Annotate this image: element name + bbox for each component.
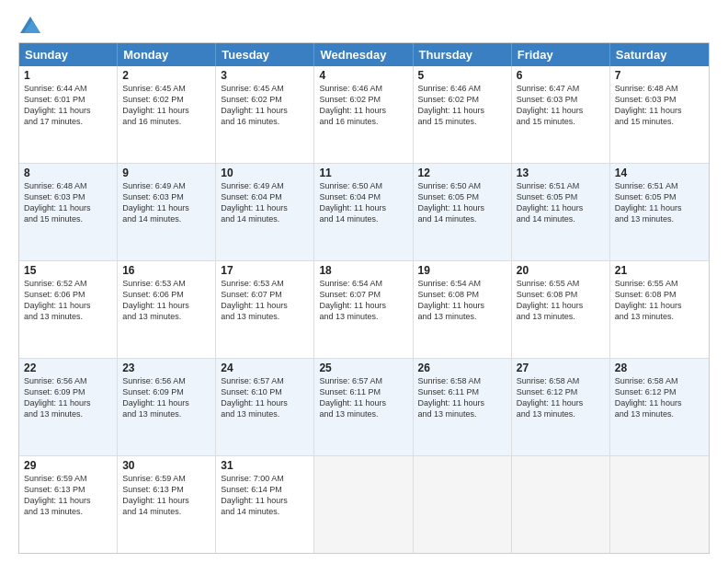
day-number-8: 8 [24, 167, 112, 179]
day-cell-1: 1Sunrise: 6:44 AM Sunset: 6:01 PM Daylig… [19, 66, 118, 163]
day-cell-2: 2Sunrise: 6:45 AM Sunset: 6:02 PM Daylig… [118, 66, 216, 163]
day-number-21: 21 [615, 264, 704, 277]
day-number-2: 2 [122, 69, 210, 82]
day-info-21: Sunrise: 6:55 AM Sunset: 6:08 PM Dayligh… [615, 278, 704, 323]
calendar: Sunday Monday Tuesday Wednesday Thursday… [18, 42, 710, 554]
day-cell-13: 13Sunrise: 6:51 AM Sunset: 6:05 PM Dayli… [512, 164, 610, 260]
day-number-7: 7 [615, 69, 704, 82]
day-info-28: Sunrise: 6:58 AM Sunset: 6:12 PM Dayligh… [615, 375, 704, 420]
day-info-23: Sunrise: 6:56 AM Sunset: 6:09 PM Dayligh… [122, 375, 210, 420]
day-number-13: 13 [517, 167, 605, 179]
day-cell-28: 28Sunrise: 6:58 AM Sunset: 6:12 PM Dayli… [610, 359, 709, 455]
day-number-12: 12 [418, 167, 506, 179]
day-info-30: Sunrise: 6:59 AM Sunset: 6:13 PM Dayligh… [122, 473, 210, 518]
day-cell-31: 31Sunrise: 7:00 AM Sunset: 6:14 PM Dayli… [216, 456, 314, 553]
day-info-22: Sunrise: 6:56 AM Sunset: 6:09 PM Dayligh… [24, 375, 112, 420]
calendar-row-5: 29Sunrise: 6:59 AM Sunset: 6:13 PM Dayli… [19, 455, 709, 553]
day-info-26: Sunrise: 6:58 AM Sunset: 6:11 PM Dayligh… [418, 375, 506, 420]
day-cell-30: 30Sunrise: 6:59 AM Sunset: 6:13 PM Dayli… [118, 456, 216, 553]
day-info-29: Sunrise: 6:59 AM Sunset: 6:13 PM Dayligh… [24, 473, 112, 518]
day-number-25: 25 [319, 362, 407, 374]
header [18, 17, 710, 33]
day-number-18: 18 [319, 264, 407, 277]
day-info-5: Sunrise: 6:46 AM Sunset: 6:02 PM Dayligh… [418, 83, 506, 128]
day-cell-3: 3Sunrise: 6:45 AM Sunset: 6:02 PM Daylig… [216, 66, 314, 163]
day-cell-17: 17Sunrise: 6:53 AM Sunset: 6:07 PM Dayli… [216, 261, 314, 358]
day-info-27: Sunrise: 6:58 AM Sunset: 6:12 PM Dayligh… [517, 375, 605, 420]
day-info-15: Sunrise: 6:52 AM Sunset: 6:06 PM Dayligh… [24, 278, 112, 323]
day-number-17: 17 [221, 264, 309, 277]
day-cell-5: 5Sunrise: 6:46 AM Sunset: 6:02 PM Daylig… [414, 66, 512, 163]
day-cell-27: 27Sunrise: 6:58 AM Sunset: 6:12 PM Dayli… [512, 359, 610, 455]
day-number-31: 31 [221, 459, 309, 472]
day-number-30: 30 [122, 459, 210, 472]
day-info-1: Sunrise: 6:44 AM Sunset: 6:01 PM Dayligh… [24, 83, 112, 128]
day-cell-14: 14Sunrise: 6:51 AM Sunset: 6:05 PM Dayli… [610, 164, 709, 260]
header-monday: Monday [118, 43, 216, 66]
day-info-14: Sunrise: 6:51 AM Sunset: 6:05 PM Dayligh… [615, 180, 704, 225]
day-number-9: 9 [122, 167, 210, 179]
day-cell-6: 6Sunrise: 6:47 AM Sunset: 6:03 PM Daylig… [512, 66, 610, 163]
day-info-9: Sunrise: 6:49 AM Sunset: 6:03 PM Dayligh… [122, 180, 210, 225]
day-info-25: Sunrise: 6:57 AM Sunset: 6:11 PM Dayligh… [319, 375, 407, 420]
day-number-29: 29 [24, 459, 112, 472]
calendar-row-1: 1Sunrise: 6:44 AM Sunset: 6:01 PM Daylig… [19, 66, 709, 163]
empty-cell-r4-c3 [314, 456, 413, 553]
day-number-11: 11 [319, 167, 407, 179]
day-cell-24: 24Sunrise: 6:57 AM Sunset: 6:10 PM Dayli… [216, 359, 314, 455]
empty-cell-r4-c5 [512, 456, 610, 553]
day-cell-23: 23Sunrise: 6:56 AM Sunset: 6:09 PM Dayli… [118, 359, 216, 455]
day-info-2: Sunrise: 6:45 AM Sunset: 6:02 PM Dayligh… [122, 83, 210, 128]
day-cell-10: 10Sunrise: 6:49 AM Sunset: 6:04 PM Dayli… [216, 164, 314, 260]
day-cell-9: 9Sunrise: 6:49 AM Sunset: 6:03 PM Daylig… [118, 164, 216, 260]
day-info-6: Sunrise: 6:47 AM Sunset: 6:03 PM Dayligh… [517, 83, 605, 128]
day-cell-7: 7Sunrise: 6:48 AM Sunset: 6:03 PM Daylig… [610, 66, 709, 163]
day-number-28: 28 [615, 362, 704, 374]
day-number-6: 6 [517, 69, 605, 82]
day-cell-16: 16Sunrise: 6:53 AM Sunset: 6:06 PM Dayli… [118, 261, 216, 358]
day-number-27: 27 [517, 362, 605, 374]
day-info-19: Sunrise: 6:54 AM Sunset: 6:08 PM Dayligh… [418, 278, 506, 323]
day-number-23: 23 [122, 362, 210, 374]
day-cell-22: 22Sunrise: 6:56 AM Sunset: 6:09 PM Dayli… [19, 359, 118, 455]
day-number-24: 24 [221, 362, 309, 374]
day-number-1: 1 [24, 69, 112, 82]
empty-cell-r4-c6 [610, 456, 709, 553]
header-wednesday: Wednesday [314, 43, 413, 66]
header-thursday: Thursday [414, 43, 512, 66]
day-cell-12: 12Sunrise: 6:50 AM Sunset: 6:05 PM Dayli… [414, 164, 512, 260]
calendar-header: Sunday Monday Tuesday Wednesday Thursday… [19, 43, 709, 66]
day-number-19: 19 [418, 264, 506, 277]
header-saturday: Saturday [610, 43, 709, 66]
day-cell-19: 19Sunrise: 6:54 AM Sunset: 6:08 PM Dayli… [414, 261, 512, 358]
day-info-11: Sunrise: 6:50 AM Sunset: 6:04 PM Dayligh… [319, 180, 407, 225]
calendar-row-4: 22Sunrise: 6:56 AM Sunset: 6:09 PM Dayli… [19, 358, 709, 455]
day-info-16: Sunrise: 6:53 AM Sunset: 6:06 PM Dayligh… [122, 278, 210, 323]
day-number-22: 22 [24, 362, 112, 374]
day-cell-8: 8Sunrise: 6:48 AM Sunset: 6:03 PM Daylig… [19, 164, 118, 260]
day-cell-26: 26Sunrise: 6:58 AM Sunset: 6:11 PM Dayli… [414, 359, 512, 455]
day-number-16: 16 [122, 264, 210, 277]
day-number-5: 5 [418, 69, 506, 82]
day-info-20: Sunrise: 6:55 AM Sunset: 6:08 PM Dayligh… [517, 278, 605, 323]
calendar-body: 1Sunrise: 6:44 AM Sunset: 6:01 PM Daylig… [19, 66, 709, 553]
header-tuesday: Tuesday [216, 43, 314, 66]
day-info-4: Sunrise: 6:46 AM Sunset: 6:02 PM Dayligh… [319, 83, 407, 128]
day-info-12: Sunrise: 6:50 AM Sunset: 6:05 PM Dayligh… [418, 180, 506, 225]
day-info-8: Sunrise: 6:48 AM Sunset: 6:03 PM Dayligh… [24, 180, 112, 225]
day-info-31: Sunrise: 7:00 AM Sunset: 6:14 PM Dayligh… [221, 473, 309, 518]
day-cell-20: 20Sunrise: 6:55 AM Sunset: 6:08 PM Dayli… [512, 261, 610, 358]
day-info-13: Sunrise: 6:51 AM Sunset: 6:05 PM Dayligh… [517, 180, 605, 225]
day-cell-4: 4Sunrise: 6:46 AM Sunset: 6:02 PM Daylig… [314, 66, 413, 163]
logo [18, 17, 40, 33]
calendar-row-2: 8Sunrise: 6:48 AM Sunset: 6:03 PM Daylig… [19, 163, 709, 260]
logo-icon [20, 17, 40, 33]
day-info-24: Sunrise: 6:57 AM Sunset: 6:10 PM Dayligh… [221, 375, 309, 420]
day-cell-15: 15Sunrise: 6:52 AM Sunset: 6:06 PM Dayli… [19, 261, 118, 358]
day-info-3: Sunrise: 6:45 AM Sunset: 6:02 PM Dayligh… [221, 83, 309, 128]
day-number-20: 20 [517, 264, 605, 277]
day-info-10: Sunrise: 6:49 AM Sunset: 6:04 PM Dayligh… [221, 180, 309, 225]
day-number-10: 10 [221, 167, 309, 179]
day-number-3: 3 [221, 69, 309, 82]
day-info-17: Sunrise: 6:53 AM Sunset: 6:07 PM Dayligh… [221, 278, 309, 323]
